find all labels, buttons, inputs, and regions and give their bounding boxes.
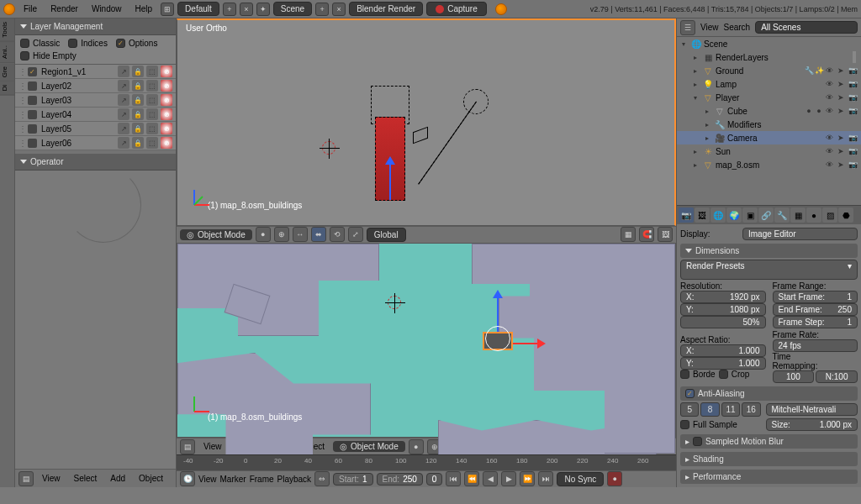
- outliner-filter-dropdown[interactable]: All Scenes: [755, 21, 858, 34]
- editor-type-icon[interactable]: ▤: [18, 471, 34, 486]
- expand-icon[interactable]: ▸: [694, 148, 702, 155]
- remove-icon[interactable]: ⊘: [161, 108, 172, 120]
- building-mesh[interactable]: [177, 244, 379, 336]
- expand-icon[interactable]: ▾: [682, 40, 690, 48]
- lock-icon[interactable]: 🔒: [132, 137, 144, 149]
- tab-material-icon[interactable]: ●: [806, 207, 821, 223]
- select-menu[interactable]: Select: [69, 472, 103, 485]
- performance-header[interactable]: ▸Performance: [680, 470, 858, 484]
- tab-layers-icon[interactable]: 🖼: [695, 207, 710, 223]
- expand-icon[interactable]: ▸: [694, 67, 702, 75]
- rotate-manip[interactable]: ⟲: [330, 227, 345, 242]
- frame-step-field[interactable]: Frame Step:1: [773, 316, 858, 328]
- drag-icon[interactable]: ⋮⋮: [18, 110, 25, 119]
- scene-add-button[interactable]: +: [315, 3, 329, 16]
- scale-manip[interactable]: ⤢: [348, 227, 363, 242]
- remove-icon[interactable]: ⊘: [161, 94, 172, 106]
- render-icon[interactable]: 🖼: [658, 227, 673, 242]
- restrict-view-icon[interactable]: ↗: [118, 123, 129, 134]
- editor-type-icon[interactable]: ▤: [180, 439, 195, 454]
- restrict-render-icon[interactable]: 📷: [848, 107, 858, 115]
- restrict-select-icon[interactable]: ➤: [836, 80, 846, 88]
- shading-header[interactable]: ▸Shading: [680, 452, 858, 466]
- outliner-row[interactable]: ▸🔧Modifiers: [677, 118, 861, 131]
- tab-scene-icon[interactable]: 🌐: [710, 207, 726, 223]
- restrict-view-icon[interactable]: ↗: [118, 66, 129, 77]
- restrict-select-icon[interactable]: ➤: [836, 107, 846, 115]
- outliner-row[interactable]: ▸▦RenderLayers: [677, 50, 861, 64]
- range-icon[interactable]: ⇔: [314, 471, 330, 486]
- tab-animation[interactable]: Ani..: [0, 42, 14, 63]
- layer-visible-check[interactable]: [28, 96, 37, 105]
- tl-playback[interactable]: Playback: [277, 475, 312, 484]
- end-frame-field[interactable]: End:250: [377, 473, 423, 486]
- timeline[interactable]: -40-200204060801001201401601802002202402…: [177, 454, 676, 470]
- restrict-select-icon[interactable]: ➤: [836, 93, 846, 102]
- outliner-row[interactable]: ▾🌐Scene: [677, 37, 861, 50]
- 3d-viewport-2[interactable]: User Ortho (1) map_8.osm_buildings: [177, 243, 676, 438]
- drag-icon[interactable]: ⋮⋮: [18, 139, 25, 148]
- chk-options[interactable]: Options: [116, 39, 157, 48]
- outliner[interactable]: ▾🌐Scene▸▦RenderLayers▸▽Ground🔧✨👁➤📷▸💡Lamp…: [677, 37, 861, 205]
- tab-texture-icon[interactable]: ▨: [822, 207, 837, 223]
- tab-render-icon[interactable]: 📷: [679, 207, 694, 223]
- outliner-row[interactable]: ▸💡Lamp👁➤📷: [677, 77, 861, 91]
- menu-help[interactable]: Help: [130, 3, 158, 15]
- restrict-render-icon[interactable]: 📷: [848, 134, 858, 142]
- chk-full-sample[interactable]: Full Sample: [680, 420, 761, 429]
- remap-new-field[interactable]: N:100: [816, 370, 858, 383]
- aa-8[interactable]: 8: [700, 402, 719, 417]
- restrict-view-icon[interactable]: 👁: [824, 160, 834, 169]
- tab-display[interactable]: Di: [0, 81, 14, 96]
- restrict-render-icon[interactable]: 📷: [848, 160, 858, 169]
- restrict-view-icon[interactable]: 👁: [824, 93, 834, 102]
- tl-view[interactable]: View: [198, 475, 217, 484]
- mat-slot-icon[interactable]: ●: [814, 107, 824, 115]
- restrict-select-icon[interactable]: ➤: [836, 66, 846, 75]
- tl-frame[interactable]: Frame: [250, 475, 274, 484]
- drag-icon[interactable]: ⋮⋮: [18, 96, 25, 105]
- outliner-row[interactable]: ▸☀Sun👁➤📷: [677, 144, 861, 158]
- lock-icon[interactable]: 🔒: [132, 80, 144, 92]
- scene-icon[interactable]: ✦: [256, 3, 270, 16]
- orientation-dropdown[interactable]: Global: [367, 228, 406, 242]
- 3d-viewport-1[interactable]: User Ortho (1) map_8.osm_buildings: [177, 18, 676, 226]
- editor-type-icon[interactable]: ☰: [680, 20, 695, 35]
- menu-file[interactable]: File: [18, 3, 42, 15]
- restrict-view-icon[interactable]: 👁: [824, 80, 834, 88]
- smb-header[interactable]: ▸Sampled Motion Blur: [680, 434, 858, 449]
- restrict-select-icon[interactable]: ➤: [836, 147, 846, 155]
- end-frame-field[interactable]: End Frame:250: [773, 303, 858, 316]
- drag-icon[interactable]: ⋮⋮: [18, 81, 25, 91]
- tab-grease[interactable]: Gre: [0, 63, 14, 81]
- chk-classic[interactable]: Classic: [20, 39, 60, 48]
- layout-remove-button[interactable]: ×: [240, 3, 253, 16]
- tab-world-icon[interactable]: 🌍: [726, 207, 742, 223]
- restrict-view-icon[interactable]: ↗: [118, 80, 129, 92]
- drag-icon[interactable]: ⋮⋮: [18, 124, 25, 134]
- outliner-row[interactable]: ▸▽map_8.osm👁➤📷: [677, 158, 861, 171]
- tab-constraints-icon[interactable]: 🔗: [758, 207, 774, 223]
- filter-size-field[interactable]: Size:1.000 px: [766, 418, 858, 431]
- restrict-render-icon[interactable]: 📷: [848, 93, 858, 102]
- scene-dropdown[interactable]: Scene: [273, 2, 312, 16]
- mat-icon[interactable]: ✨: [814, 66, 824, 75]
- restrict-view-icon[interactable]: 👁: [824, 107, 834, 115]
- res-y-field[interactable]: Y:1080 px: [680, 303, 766, 316]
- aa-5[interactable]: 5: [680, 402, 699, 417]
- drag-icon[interactable]: ⋮⋮: [18, 67, 25, 76]
- restrict-select-icon[interactable]: ➤: [836, 160, 846, 169]
- remove-icon[interactable]: ⊘: [161, 80, 172, 92]
- lock-icon[interactable]: 🔒: [132, 108, 144, 120]
- capture-button[interactable]: Capture: [426, 2, 487, 16]
- view-menu[interactable]: View: [37, 472, 66, 485]
- outliner-search[interactable]: Search: [724, 23, 751, 32]
- wire-icon[interactable]: ⬚: [146, 66, 158, 77]
- layer-visible-check[interactable]: [28, 67, 37, 76]
- lock-icon[interactable]: 🔒: [132, 66, 144, 77]
- layout-add-button[interactable]: +: [223, 3, 236, 16]
- shading-solid-icon[interactable]: ●: [256, 227, 271, 242]
- aa-11[interactable]: 11: [721, 402, 740, 417]
- screen-layout-icon[interactable]: ⊞: [161, 3, 174, 16]
- mode-dropdown[interactable]: ◎ Object Mode: [333, 441, 405, 452]
